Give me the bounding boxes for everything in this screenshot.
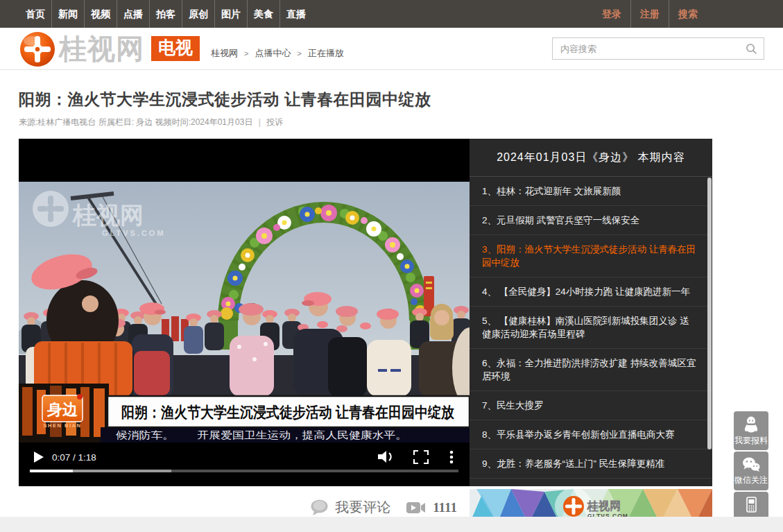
wechat-follow-label: 微信关注 [734, 474, 768, 486]
nav-item-food[interactable]: 美食 [248, 0, 280, 28]
site-header: 桂视网 电视 桂视网 > 点播中心 > 正在播放 [0, 28, 783, 70]
nav-item-news[interactable]: 新闻 [52, 0, 85, 28]
meta-divider: | [259, 117, 261, 127]
playlist-item[interactable]: 9、龙胜：养老服务“送上门” 民生保障更精准 [470, 449, 712, 479]
show-logo-text: 身边 [46, 401, 78, 418]
breadcrumb-vod-center[interactable]: 点播中心 [255, 47, 291, 60]
playlist-item[interactable]: 2、元旦假期 武警官兵坚守一线保安全 [470, 206, 712, 235]
app-download-icon [743, 496, 759, 514]
article-meta: 来源:桂林广播电视台 所属栏目: 身边 视频时间:2024年01月03日 | 投… [19, 117, 764, 128]
time-display: 0:07 / 1:18 [52, 452, 96, 463]
playlist-panel: 2024年01月03日《身边》 本期内容 1、桂林：花式迎新年 文旅展新颜 2、… [470, 139, 712, 486]
caption-text: 阳朔：渔火节大学生沉浸式徒步活动 让青春在田园中绽放 [121, 404, 455, 421]
content-area: 阳朔：渔火节大学生沉浸式徒步活动 让青春在田园中绽放 来源:桂林广播电视台 所属… [0, 89, 783, 524]
auth-links: 登录 注册 搜索 [593, 0, 707, 28]
playlist-scrollbar[interactable] [707, 178, 712, 449]
page-title: 阳朔：渔火节大学生沉浸式徒步活动 让青春在田园中绽放 [19, 89, 764, 110]
nav-item-vod[interactable]: 点播 [117, 0, 150, 28]
view-count: 1111 [406, 500, 457, 515]
views-count-text: 1111 [433, 500, 457, 515]
search-input[interactable] [559, 43, 746, 55]
login-link[interactable]: 登录 [593, 0, 631, 28]
register-link[interactable]: 注册 [631, 0, 669, 28]
channel-badge[interactable]: 电视 [151, 36, 200, 61]
nav-item-paike[interactable]: 拍客 [150, 0, 182, 28]
playlist-item[interactable]: 1、桂林：花式迎新年 文旅展新颜 [470, 177, 712, 206]
caption-banner: 阳朔：渔火节大学生沉浸式徒步活动 让青春在田园中绽放 [107, 396, 470, 427]
breadcrumb-now-playing: 正在播放 [308, 47, 344, 60]
report-tip-label: 我要报料 [734, 435, 768, 447]
search-link[interactable]: 搜索 [669, 0, 707, 28]
playlist-item[interactable]: 8、平乐县举办返乡青年创新创业直播电商大赛 [470, 420, 712, 449]
report-tip-button[interactable]: 我要报料 [734, 411, 768, 450]
breadcrumb-separator: > [297, 49, 301, 58]
top-nav: 首页 新闻 视频 点播 拍客 原创 图片 美食 直播 登录 注册 搜索 [0, 0, 783, 28]
video-frame: 桂视网 GLTVS.COM [19, 139, 470, 486]
qq-icon [742, 415, 760, 434]
playlist-item[interactable]: 4、 【全民健身】24小时接力跑 让健康跑进新一年 [470, 277, 712, 307]
wechat-follow-button[interactable]: 微信关注 [734, 452, 768, 490]
watermark-site-text: 桂视网 [71, 202, 144, 228]
comment-button[interactable]: 我要评论 [310, 498, 390, 517]
article-meta-text: 来源:桂林广播电视台 所属栏目: 身边 视频时间:2024年01月03日 [19, 117, 252, 127]
search-icon[interactable] [746, 43, 757, 55]
playlist-item[interactable]: 10、 [470, 479, 712, 486]
main-menu: 首页 新闻 视频 点播 拍客 原创 图片 美食 直播 [19, 0, 312, 28]
playlist-item[interactable]: 7、民生大搜罗 [470, 391, 712, 420]
nav-item-pictures[interactable]: 图片 [215, 0, 248, 28]
ticker-text: 候消防车。 开展爱国卫生运动，提高人民健康水平。 [116, 429, 407, 440]
progress-bar[interactable] [30, 470, 458, 472]
nav-item-live[interactable]: 直播 [280, 0, 312, 28]
nav-item-home[interactable]: 首页 [19, 0, 52, 28]
breadcrumb: 桂视网 > 点播中心 > 正在播放 [211, 47, 344, 60]
video-actions: 我要评论 1111 [19, 486, 470, 517]
video-player[interactable]: 桂视网 GLTVS.COM [19, 139, 470, 486]
main-row: 桂视网 GLTVS.COM [19, 139, 712, 486]
site-logo-ball-icon [19, 31, 56, 68]
playlist-item[interactable]: 5、 【健康桂林】南溪山医院到新城投集团义诊 送健康活动迎来百场里程碑 [470, 307, 712, 349]
news-ticker: 候消防车。 开展爱国卫生运动，提高人民健康水平。 [101, 427, 470, 443]
player-controls: 0:07 / 1:18 [19, 443, 470, 486]
player-menu-button[interactable] [450, 451, 454, 464]
playlist-item-current[interactable]: 3、阳朔：渔火节大学生沉浸式徒步活动 让青春在田园中绽放 [470, 235, 712, 277]
page: 首页 新闻 视频 点播 拍客 原创 图片 美食 直播 登录 注册 搜索 [0, 0, 783, 532]
site-logo[interactable]: 桂视网 电视 [19, 29, 200, 68]
breadcrumb-separator: > [244, 49, 248, 58]
ad-site-text: 桂视网 [587, 499, 621, 513]
nav-item-original[interactable]: 原创 [182, 0, 215, 28]
floating-widgets: 我要报料 微信关注 [734, 411, 768, 531]
breadcrumb-home[interactable]: 桂视网 [211, 47, 238, 60]
comment-label: 我要评论 [335, 498, 390, 517]
nav-item-video[interactable]: 视频 [85, 0, 117, 28]
playlist-item[interactable]: 6、永福：全力推进防洪排涝改扩建 持续改善城区宜居环境 [470, 349, 712, 391]
progress-played [30, 470, 73, 472]
show-intro-graphic: 身边 SHEN BIAN [19, 384, 109, 444]
playlist: 1、桂林：花式迎新年 文旅展新颜 2、元旦假期 武警官兵坚守一线保安全 3、阳朔… [470, 177, 712, 486]
wechat-icon [741, 456, 761, 473]
footer-strip [0, 517, 783, 532]
report-link[interactable]: 投诉 [266, 117, 283, 127]
search-box [552, 37, 764, 60]
views-icon [406, 501, 427, 515]
site-logo-text: 桂视网 [59, 30, 144, 67]
show-logo-subtext: SHEN BIAN [44, 422, 82, 429]
playlist-header: 2024年01月03日《身边》 本期内容 [470, 139, 712, 177]
watermark-domain-text: GLTVS.COM [102, 229, 166, 237]
comment-bubble-icon [310, 499, 329, 516]
